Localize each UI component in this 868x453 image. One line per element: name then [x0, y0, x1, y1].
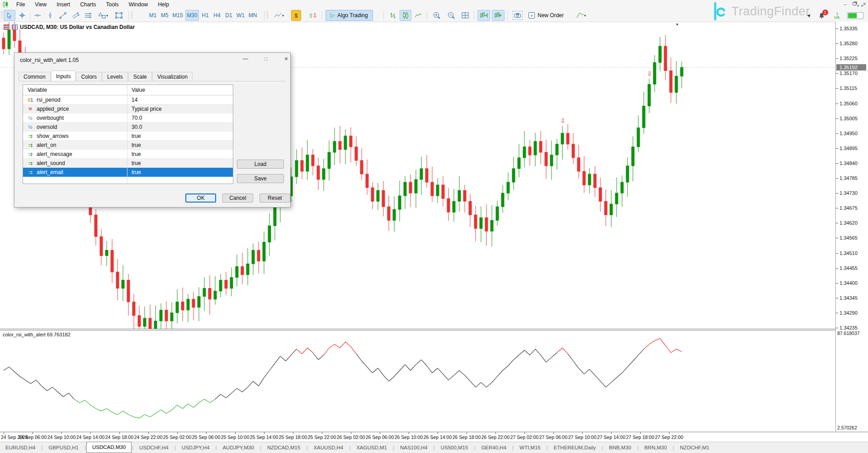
load-button[interactable]: Load [237, 160, 284, 169]
price-axis[interactable]: 1.353351.352801.352251.351701.351151.350… [835, 22, 868, 441]
timeframe-m15[interactable]: M15 [171, 10, 184, 21]
trendline-tool-button[interactable] [57, 10, 69, 21]
minimize-button[interactable]: – [844, 1, 846, 7]
screenshot-button[interactable] [511, 10, 524, 21]
hline-tool-button[interactable] [32, 10, 43, 21]
crosshair-tool-button[interactable] [16, 10, 28, 21]
zoom-in-button[interactable] [430, 10, 443, 21]
input-row-overbought[interactable]: ½overbought70.0 [23, 113, 233, 123]
zoom-out-button[interactable] [445, 10, 458, 21]
market-tab-nas100[interactable]: NAS100,H4 [395, 443, 433, 452]
input-row-rsi_period[interactable]: 01rsi_period14 [23, 95, 233, 104]
dialog-close-button[interactable]: × [279, 54, 293, 64]
param-value[interactable]: Typical price [127, 104, 162, 113]
timeframe-mn[interactable]: MN [247, 10, 259, 21]
depth-of-market-button[interactable]: ▾ [573, 10, 589, 21]
dialog-tab-scale[interactable]: Scale [128, 72, 152, 81]
input-row-alert_sound[interactable]: ⇉alert_soundtrue [23, 159, 233, 168]
param-value[interactable]: true [127, 132, 141, 140]
shift-end-button[interactable] [477, 10, 490, 21]
bar-chart-mode-button[interactable] [387, 10, 399, 21]
line-chart-mode-button[interactable] [412, 10, 424, 21]
market-tab-usdjpy[interactable]: USDJPY,H4 [176, 443, 215, 452]
market-tab-ethereum[interactable]: ETHEREUM,Daily [548, 443, 601, 452]
algo-trading-button[interactable]: ▷ Algo Trading [326, 10, 373, 21]
input-row-oversold[interactable]: ½oversold30.0 [23, 123, 233, 132]
timeframe-h1[interactable]: H1 [200, 10, 211, 21]
indicators-button[interactable]: ▾ [270, 10, 288, 21]
chart-shift-button[interactable] [492, 10, 505, 21]
shapes-tool-button[interactable]: ▾ [95, 10, 111, 21]
param-value[interactable]: 30.0 [127, 123, 142, 131]
timeframe-m30[interactable]: M30 [185, 10, 199, 21]
market-tab-wti[interactable]: WTI,M15 [514, 443, 546, 452]
dialog-tab-levels[interactable]: Levels [102, 72, 128, 81]
cancel-button[interactable]: Cancel [222, 193, 253, 203]
param-value[interactable]: true [127, 168, 141, 176]
market-tab-usdchf[interactable]: USDCHF,H4 [134, 443, 174, 452]
menu-view[interactable]: View [30, 0, 52, 9]
dialog-resize-grip[interactable]: ⋱ [284, 202, 289, 207]
market-tab-us500[interactable]: US500,M15 [435, 443, 474, 452]
param-value[interactable]: 14 [127, 95, 137, 104]
market-tab-brn[interactable]: BRN,M30 [639, 443, 672, 452]
market-tab-ger40[interactable]: GER40,H4 [476, 443, 512, 452]
panel-separator[interactable] [0, 329, 835, 330]
param-value[interactable]: true [127, 141, 141, 149]
reset-button[interactable]: Reset [259, 193, 290, 203]
input-row-alert_message[interactable]: ⇉alert_messagetrue [23, 150, 233, 159]
menu-charts[interactable]: Charts [75, 0, 101, 9]
market-tab-nzdcad[interactable]: NZDCAD,M15 [262, 443, 306, 452]
new-order-button[interactable]: ＋ New Order [528, 10, 564, 21]
cursor-tool-button[interactable] [4, 10, 15, 21]
cursor-status-icon[interactable]: ➤ [806, 10, 813, 21]
menu-insert[interactable]: Insert [52, 0, 75, 9]
deposit-withdraw-icon[interactable]: ⇧⇩ [307, 10, 319, 21]
timeframe-w1[interactable]: W1 [235, 10, 246, 21]
dialog-maximize-button[interactable]: □ [259, 54, 273, 64]
tile-windows-button[interactable] [459, 10, 471, 21]
input-row-applied_price[interactable]: ≡applied_priceTypical price [23, 104, 233, 113]
dialog-tab-inputs[interactable]: Inputs [51, 71, 76, 81]
dialog-minimize-button[interactable]: — [239, 54, 252, 64]
time-axis[interactable]: 24 Sep 202424 Sep 06:0024 Sep 10:0024 Se… [0, 432, 868, 442]
market-tab-bnb[interactable]: BNB,M30 [604, 443, 637, 452]
save-button[interactable]: Save [237, 174, 284, 183]
param-value[interactable]: 70.0 [127, 113, 142, 122]
param-value[interactable]: true [127, 159, 141, 167]
market-tab-audjpy[interactable]: AUDJPY,M30 [217, 443, 259, 452]
menu-tools[interactable]: Tools [101, 0, 124, 9]
dialog-tab-visualization[interactable]: Visualization [152, 72, 193, 81]
tab-scroll-arrows[interactable]: ◂▸ [857, 3, 866, 8]
input-row-alert_email[interactable]: ⇉alert_emailtrue [23, 168, 233, 177]
deposit-button[interactable]: $ [291, 10, 301, 21]
market-tab-xagusd[interactable]: XAGUSD,M1 [351, 443, 392, 452]
channel-tool-button[interactable] [70, 10, 81, 21]
timeframe-h4[interactable]: H4 [212, 10, 222, 21]
market-tab-usdcad[interactable]: USDCAD,M30 [86, 442, 132, 453]
level-indicator[interactable]: ⇧ LVL [832, 10, 843, 21]
market-tab-nzdchf[interactable]: NZDCHF,M1 [675, 443, 715, 452]
candlestick-mode-button[interactable] [400, 10, 411, 21]
input-row-alert_on[interactable]: ⇉alert_ontrue [23, 141, 233, 150]
vline-tool-button[interactable] [44, 10, 56, 21]
toolbar-handle[interactable] [1, 11, 2, 19]
menu-window[interactable]: Window [124, 0, 153, 9]
toolbar-handle[interactable] [131, 11, 132, 19]
market-tab-eurusd[interactable]: EURUSD,H4 [0, 443, 41, 452]
timeframe-m1[interactable]: M1 [147, 10, 158, 21]
rectangle-tool-button[interactable] [113, 10, 125, 21]
rsi-line-chart[interactable] [0, 330, 835, 432]
input-row-show_arrows[interactable]: ⇉show_arrowstrue [23, 132, 233, 141]
toolbar-handle[interactable] [267, 11, 268, 19]
timeframe-m5[interactable]: M5 [159, 10, 170, 21]
dialog-tab-colors[interactable]: Colors [76, 72, 102, 81]
param-value[interactable]: true [127, 150, 141, 158]
menu-file[interactable]: File [11, 0, 30, 9]
market-tab-xauusd[interactable]: XAUUSD,H4 [308, 443, 349, 452]
market-tab-gbpusd[interactable]: GBPUSD,H1 [43, 443, 84, 452]
ok-button[interactable]: OK [185, 193, 216, 203]
timeframe-d1[interactable]: D1 [223, 10, 234, 21]
fibonacci-tool-button[interactable] [82, 10, 94, 21]
dialog-tab-common[interactable]: Common [19, 72, 51, 81]
